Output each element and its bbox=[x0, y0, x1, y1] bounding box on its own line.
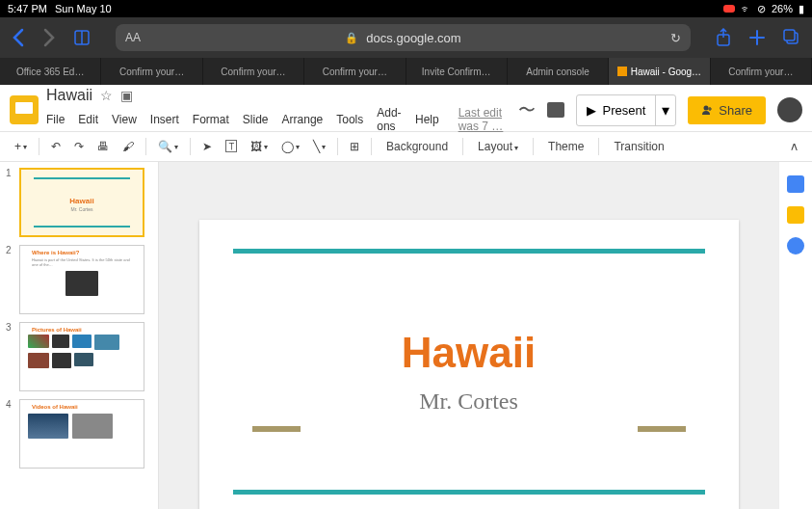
layout-button[interactable]: Layout▾ bbox=[470, 137, 526, 156]
comment-button[interactable]: ⊞ bbox=[345, 137, 364, 156]
battery-icon: ▮ bbox=[799, 3, 804, 15]
select-tool-button[interactable]: ➤ bbox=[197, 137, 217, 156]
safari-toolbar: AA 🔒 docs.google.com ↻ bbox=[0, 17, 812, 58]
svg-point-5 bbox=[704, 106, 709, 111]
browser-tab[interactable]: Invite Confirm… bbox=[406, 58, 508, 85]
lock-icon: 🔒 bbox=[345, 32, 358, 44]
menu-view[interactable]: View bbox=[112, 113, 137, 126]
thumb-number: 1 bbox=[6, 168, 15, 237]
decorative-accent bbox=[252, 426, 301, 432]
battery-label: 26% bbox=[772, 3, 793, 14]
browser-tab[interactable]: Confirm your… bbox=[304, 58, 406, 85]
thumbnail-slide-1[interactable]: Hawaii Mr. Cortes bbox=[19, 168, 144, 237]
keep-icon[interactable] bbox=[787, 206, 804, 224]
thumbnail-slide-2[interactable]: Where is Hawaii? Hawaii is part of the U… bbox=[19, 245, 144, 314]
menu-file[interactable]: File bbox=[46, 113, 65, 126]
time-label: 5:47 PM bbox=[8, 3, 47, 14]
collapse-toolbar-button[interactable]: ʌ bbox=[786, 137, 802, 156]
slide-subtitle[interactable]: Mr. Cortes bbox=[419, 388, 518, 415]
calendar-icon[interactable] bbox=[787, 175, 804, 193]
browser-tab-strip: Office 365 Ed… Confirm your… Confirm you… bbox=[0, 58, 812, 85]
slide-thumbnails[interactable]: 1 Hawaii Mr. Cortes 2 Where is Hawaii? H… bbox=[0, 162, 159, 509]
image-button[interactable]: 🖼▾ bbox=[246, 137, 273, 156]
account-avatar[interactable] bbox=[777, 97, 802, 122]
line-button[interactable]: ╲▾ bbox=[308, 137, 330, 156]
url-bar[interactable]: AA 🔒 docs.google.com ↻ bbox=[116, 24, 691, 51]
document-name[interactable]: Hawaii bbox=[46, 87, 92, 104]
thumb-number: 2 bbox=[6, 245, 15, 314]
forward-button[interactable] bbox=[42, 28, 56, 47]
present-dropdown[interactable]: ▾ bbox=[655, 95, 675, 125]
browser-tab[interactable]: Office 365 Ed… bbox=[0, 58, 101, 85]
bookmarks-button[interactable] bbox=[73, 29, 91, 46]
share-button[interactable]: Share bbox=[688, 96, 766, 124]
thumb-number: 4 bbox=[6, 399, 15, 469]
thumbnail-slide-4[interactable]: Videos of Hawaii bbox=[19, 399, 144, 469]
ios-status-bar: 5:47 PM Sun May 10 ᯤ ⊘ 26% ▮ bbox=[0, 0, 812, 17]
theme-button[interactable]: Theme bbox=[540, 137, 591, 156]
tasks-icon[interactable] bbox=[787, 237, 804, 254]
thumbnail-slide-3[interactable]: Pictures of Hawaii bbox=[19, 322, 144, 391]
background-button[interactable]: Background bbox=[379, 137, 456, 156]
person-add-icon bbox=[701, 104, 713, 116]
menu-addons[interactable]: Add-ons bbox=[377, 106, 402, 133]
google-slides-app: Hawaii ☆ ▣ File Edit View Insert Format … bbox=[0, 85, 812, 509]
side-panel bbox=[778, 162, 812, 509]
explore-icon[interactable]: 〜 bbox=[518, 98, 536, 121]
zoom-button[interactable]: 🔍▾ bbox=[153, 137, 183, 156]
slide-canvas[interactable]: Hawaii Mr. Cortes bbox=[199, 220, 739, 509]
star-icon[interactable]: ☆ bbox=[100, 88, 113, 103]
slides-favicon-icon bbox=[617, 67, 627, 76]
svg-rect-4 bbox=[784, 30, 795, 40]
back-button[interactable] bbox=[12, 28, 25, 47]
menu-slide[interactable]: Slide bbox=[243, 113, 269, 126]
date-label: Sun May 10 bbox=[55, 3, 112, 14]
menu-arrange[interactable]: Arrange bbox=[282, 113, 324, 126]
shape-button[interactable]: ◯▾ bbox=[276, 137, 304, 156]
menu-insert[interactable]: Insert bbox=[150, 113, 179, 126]
slides-logo-icon[interactable] bbox=[10, 95, 39, 124]
url-text: docs.google.com bbox=[366, 31, 460, 45]
browser-tab[interactable]: Confirm your… bbox=[101, 58, 202, 85]
decorative-accent bbox=[638, 426, 686, 432]
decorative-line bbox=[233, 249, 705, 254]
share-button[interactable] bbox=[716, 28, 731, 47]
tabs-overview-button[interactable] bbox=[783, 29, 800, 46]
textbox-button[interactable]: 🅃 bbox=[221, 137, 242, 156]
move-folder-icon[interactable]: ▣ bbox=[120, 88, 133, 103]
decorative-line bbox=[233, 490, 705, 495]
print-button[interactable]: 🖶 bbox=[92, 137, 114, 156]
browser-tab[interactable]: Confirm your… bbox=[203, 58, 304, 85]
browser-tab[interactable]: Admin console bbox=[508, 58, 609, 85]
menu-bar: File Edit View Insert Format Slide Arran… bbox=[46, 106, 511, 133]
refresh-button[interactable]: ↻ bbox=[670, 31, 681, 45]
wifi-icon: ᯤ bbox=[741, 3, 751, 14]
comments-icon[interactable] bbox=[547, 102, 564, 118]
slide-canvas-area[interactable]: Hawaii Mr. Cortes bbox=[159, 162, 778, 509]
browser-tab[interactable]: Confirm your… bbox=[711, 58, 812, 85]
menu-format[interactable]: Format bbox=[193, 113, 229, 126]
menu-help[interactable]: Help bbox=[415, 113, 439, 126]
screen-record-icon bbox=[723, 5, 735, 13]
orientation-lock-icon: ⊘ bbox=[757, 3, 766, 15]
paint-format-button[interactable]: 🖌 bbox=[118, 137, 139, 156]
title-bar: Hawaii ☆ ▣ File Edit View Insert Format … bbox=[0, 85, 812, 131]
thumb-number: 3 bbox=[6, 322, 15, 391]
new-slide-button[interactable]: +▾ bbox=[10, 137, 32, 156]
last-edit-link[interactable]: Last edit was 7 … bbox=[458, 106, 511, 133]
new-tab-button[interactable] bbox=[748, 29, 766, 46]
present-button[interactable]: ▶ Present bbox=[577, 95, 655, 125]
menu-tools[interactable]: Tools bbox=[336, 113, 363, 126]
text-size-button[interactable]: AA bbox=[125, 31, 141, 44]
undo-button[interactable]: ↶ bbox=[46, 137, 65, 156]
transition-button[interactable]: Transition bbox=[606, 137, 671, 156]
browser-tab-active[interactable]: Hawaii - Goog… bbox=[609, 58, 710, 85]
toolbar: +▾ ↶ ↷ 🖶 🖌 🔍▾ ➤ 🅃 🖼▾ ◯▾ ╲▾ ⊞ Background … bbox=[0, 131, 812, 162]
slide-title[interactable]: Hawaii bbox=[402, 329, 536, 377]
menu-edit[interactable]: Edit bbox=[78, 113, 98, 126]
redo-button[interactable]: ↷ bbox=[69, 137, 89, 156]
